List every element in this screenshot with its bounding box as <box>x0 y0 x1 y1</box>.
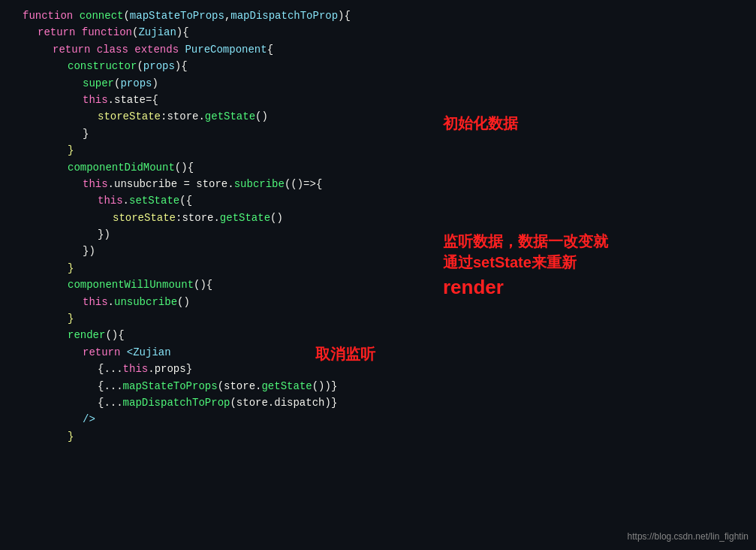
annotation-listen-2: 通过setState来重新 <box>443 250 577 274</box>
code-line: storeState:store.getState() <box>0 210 756 226</box>
fn-connect: connect <box>80 8 124 24</box>
code-content: this.state={ <box>23 92 158 108</box>
code-content: function connect(mapStateToProps,mapDisp… <box>23 8 351 24</box>
code-line: /> <box>0 411 756 428</box>
code-content: return <Zujian <box>23 344 171 361</box>
code-content: super(props) <box>23 75 158 92</box>
code-line: {...mapDispatchToProp(store.dispatch)} <box>0 394 756 411</box>
code-content: componentDidMount(){ <box>23 159 194 176</box>
code-line: } <box>0 125 756 142</box>
keyword-function: function <box>23 8 80 24</box>
code-content: }) <box>23 243 95 259</box>
code-line: } <box>0 260 756 277</box>
code-content: } <box>23 310 74 327</box>
code-content: } <box>23 428 74 445</box>
code-content: this.unsubcribe = store.subcribe(()=>{ <box>23 176 322 192</box>
code-line: }) <box>0 226 756 243</box>
code-content: storeState:store.getState() <box>23 108 268 125</box>
code-content: } <box>23 142 74 159</box>
code-line: } <box>0 142 756 159</box>
code-content: }) <box>23 226 110 243</box>
code-content: this.unsubcribe() <box>23 294 190 310</box>
code-line: storeState:store.getState() <box>0 108 756 125</box>
code-editor: function connect(mapStateToProps,mapDisp… <box>0 0 756 550</box>
code-line: this.unsubcribe = store.subcribe(()=>{ <box>0 176 756 192</box>
code-content: } <box>23 125 89 142</box>
code-line: {...this.props} <box>0 361 756 377</box>
code-line: componentDidMount(){ <box>0 159 756 176</box>
code-content: return class extends PureComponent{ <box>23 41 273 58</box>
code-content: return function(Zujian){ <box>23 24 189 41</box>
code-line-return-class: return class extends PureComponent{ <box>0 41 756 58</box>
code-line: } <box>0 310 756 327</box>
code-line: this.state={ <box>0 92 756 108</box>
watermark: https://blog.csdn.net/lin_fightin <box>628 530 748 544</box>
code-line: return function(Zujian){ <box>0 24 756 41</box>
code-line: super(props) <box>0 75 756 92</box>
code-line: function connect(mapStateToProps,mapDisp… <box>0 8 756 24</box>
code-line: constructor(props){ <box>0 58 756 74</box>
code-content: {...mapStateToProps(store.getState())} <box>23 378 337 394</box>
code-line: } <box>0 428 756 445</box>
code-content: constructor(props){ <box>23 58 188 74</box>
code-content: /> <box>23 411 95 428</box>
code-line: {...mapStateToProps(store.getState())} <box>0 378 756 394</box>
code-content: {...mapDispatchToProp(store.dispatch)} <box>23 394 337 411</box>
code-line: return <Zujian <box>0 344 756 361</box>
code-content: {...this.props} <box>23 361 192 377</box>
code-content: } <box>23 260 74 277</box>
code-content: this.setState({ <box>23 192 192 209</box>
code-content: storeState:store.getState() <box>23 210 283 226</box>
code-line: componentWillUnmount(){ <box>0 277 756 293</box>
code-content: render(){ <box>23 327 125 343</box>
annotation-listen-3: render <box>443 272 504 304</box>
code-line: }) <box>0 243 756 259</box>
annotation-init: 初始化数据 <box>443 111 518 135</box>
code-content: componentWillUnmount(){ <box>23 277 212 293</box>
code-line: this.unsubcribe() <box>0 294 756 310</box>
code-line: render(){ <box>0 327 756 343</box>
annotation-cancel: 取消监听 <box>315 342 375 366</box>
code-line: this.setState({ <box>0 192 756 209</box>
